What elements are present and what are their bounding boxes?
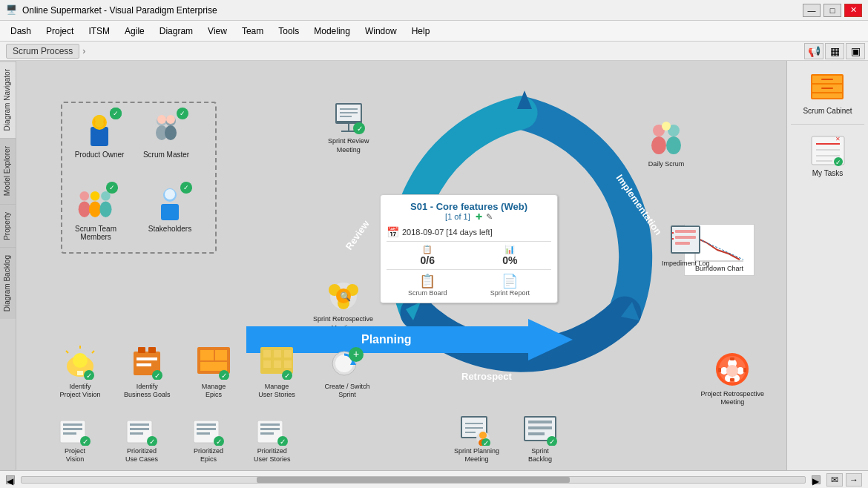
identify-business-goals-label: IdentifyBusiness Goals <box>124 383 171 400</box>
sprint-planning-meeting[interactable]: ✓ Sprint PlanningMeeting <box>454 413 499 464</box>
svg-point-4 <box>95 115 104 124</box>
breadcrumb-arrow: › <box>82 46 85 56</box>
menu-view[interactable]: View <box>200 23 234 39</box>
svg-rect-122 <box>197 432 210 435</box>
svg-point-15 <box>79 201 91 217</box>
menu-diagram[interactable]: Diagram <box>152 23 200 39</box>
svg-rect-104 <box>730 378 734 381</box>
toolbar-announce-icon[interactable]: 📢 <box>804 43 823 59</box>
svg-rect-84 <box>284 350 292 357</box>
scrum-board-link[interactable]: 📋 Scrum Board <box>408 273 447 297</box>
artifact-prioritized-epics[interactable]: ✓ PrioritizedEpics <box>191 419 226 464</box>
svg-text:✓: ✓ <box>149 438 155 446</box>
svg-text:✓: ✓ <box>280 438 286 446</box>
calendar-icon: 📅 <box>387 226 399 238</box>
svg-rect-145 <box>528 432 545 435</box>
maximize-button[interactable]: □ <box>823 4 841 17</box>
svg-rect-82 <box>263 350 271 357</box>
svg-rect-53 <box>675 230 696 233</box>
scroll-right-btn[interactable]: ▶ <box>812 475 821 484</box>
arrow-right-btn[interactable]: → <box>846 473 862 487</box>
role-stakeholders[interactable]: ✓ Stakeholders <box>140 185 200 233</box>
mail-icon-btn[interactable]: ✉ <box>826 473 843 487</box>
title-bar: 🖥️ Online Supermarket - Visual Paradigm … <box>0 0 868 21</box>
impediment-log-icon <box>666 224 705 258</box>
sprint-review-meeting[interactable]: ✓ Sprint ReviewMeeting <box>328 102 369 154</box>
scrum-cabinet-panel-item[interactable]: Scrum Cabinet <box>800 68 855 118</box>
svg-rect-128 <box>260 432 274 435</box>
svg-point-17 <box>99 201 111 217</box>
role-scrum-master[interactable]: ✓ Scrum Master <box>137 111 196 159</box>
business-goals-svg: ✓ <box>128 344 166 380</box>
scroll-left-btn[interactable]: ◀ <box>6 475 15 484</box>
toolbar-panel-icon[interactable]: ▣ <box>846 43 865 59</box>
manage-epics[interactable]: ✓ ManageEpics <box>191 343 237 400</box>
sidebar-tab-model-explorer[interactable]: Model Explorer <box>0 138 16 203</box>
svg-rect-144 <box>528 426 552 429</box>
artifact-project-vision-label: ProjectVision <box>65 447 85 464</box>
scrum-master-icon: ✓ <box>147 111 185 149</box>
artifact-prioritized-use-cases[interactable]: ✓ PrioritizedUse Cases <box>124 419 160 464</box>
svg-rect-126 <box>260 423 280 426</box>
svg-text:✓: ✓ <box>216 438 222 446</box>
daily-scrum-label: Daily Scrum <box>648 160 685 169</box>
artifact-prioritized-user-stories[interactable]: ✓ PrioritizedUser Stories <box>254 419 291 464</box>
artifact-prioritized-use-cases-label: PrioritizedUse Cases <box>125 447 158 464</box>
project-retrospective-meeting[interactable]: Project RetrospectiveMeeting <box>700 350 764 407</box>
menu-project[interactable]: Project <box>39 23 81 39</box>
menu-team[interactable]: Team <box>234 23 271 39</box>
svg-rect-110 <box>63 432 76 435</box>
toolbar-grid-icon[interactable]: ▦ <box>825 43 844 59</box>
sidebar-tab-property[interactable]: Property <box>0 204 16 248</box>
svg-rect-76 <box>200 350 214 360</box>
manage-user-stories[interactable]: ✓ ManageUser Stories <box>254 343 300 400</box>
menu-agile[interactable]: Agile <box>117 23 152 39</box>
daily-scrum[interactable]: Daily Scrum <box>647 120 685 169</box>
menu-modeling[interactable]: Modeling <box>306 23 358 39</box>
window-title: Online Supermarket - Visual Paradigm Ent… <box>22 5 803 16</box>
svg-rect-106 <box>743 368 746 372</box>
identify-project-vision[interactable]: ✓ IdentifyProject Vision <box>57 343 103 400</box>
identify-business-goals[interactable]: ✓ IdentifyBusiness Goals <box>124 343 171 400</box>
stakeholders-label: Stakeholders <box>148 225 191 233</box>
svg-rect-55 <box>675 242 690 245</box>
my-tasks-panel-item[interactable]: ✓ ✕ My Tasks <box>806 131 850 180</box>
sprint-report-link[interactable]: 📄 Sprint Report <box>490 273 530 297</box>
sprint-links[interactable]: 📋 Scrum Board 📄 Sprint Report <box>387 273 551 297</box>
svg-point-48 <box>651 136 666 154</box>
scrum-team-label: Scrum Team Members <box>66 225 125 241</box>
svg-point-61 <box>73 353 88 368</box>
sprint-backlog[interactable]: ✓ SprintBacklog <box>521 413 559 464</box>
menu-itsm[interactable]: ITSM <box>81 23 117 39</box>
close-button[interactable]: ✕ <box>844 4 862 17</box>
impediment-log[interactable]: Impediment Log <box>662 224 710 268</box>
menu-window[interactable]: Window <box>358 23 404 39</box>
sidebar-tab-diagram-navigator[interactable]: Diagram Navigator <box>0 61 16 138</box>
svg-rect-114 <box>130 423 149 426</box>
manage-epics-label: ManageEpics <box>202 383 226 400</box>
sidebar-tab-diagram-backlog[interactable]: Diagram Backlog <box>0 247 16 319</box>
minimize-button[interactable]: — <box>803 4 821 17</box>
artifact-project-vision[interactable]: ✓ ProjectVision <box>57 419 93 464</box>
menu-dash[interactable]: Dash <box>3 23 39 39</box>
sprint-backlog-svg: ✓ <box>521 413 559 446</box>
sprint-info-box[interactable]: S01 - Core features (Web) [1 of 1] ✚ ✎ 📅… <box>380 194 558 303</box>
svg-point-11 <box>166 115 175 124</box>
my-tasks-label: My Tasks <box>812 169 844 177</box>
identify-project-vision-label: IdentifyProject Vision <box>60 383 101 400</box>
menu-help[interactable]: Help <box>404 23 438 39</box>
scrum-cabinet-svg <box>808 73 846 105</box>
svg-rect-86 <box>274 360 281 368</box>
scrollbar-thumb <box>257 477 570 483</box>
horizontal-scrollbar[interactable] <box>21 476 806 484</box>
role-product-owner[interactable]: ✓ ✓ Product Owner <box>70 111 129 159</box>
create-switch-sprint[interactable]: + Create / SwitchSprint <box>324 343 370 400</box>
role-scrum-team[interactable]: ✓ Scrum Team Members <box>66 185 125 241</box>
window-controls: — □ ✕ <box>803 4 862 17</box>
menu-tools[interactable]: Tools <box>271 23 306 39</box>
canvas-area[interactable]: ✓ ✓ Product Owner <box>16 61 786 470</box>
scrum-team-check: ✓ <box>106 182 118 194</box>
scrum-diagram: ✓ ✓ Product Owner <box>16 61 786 470</box>
svg-rect-151 <box>812 93 842 98</box>
impediment-log-label: Impediment Log <box>662 260 710 268</box>
